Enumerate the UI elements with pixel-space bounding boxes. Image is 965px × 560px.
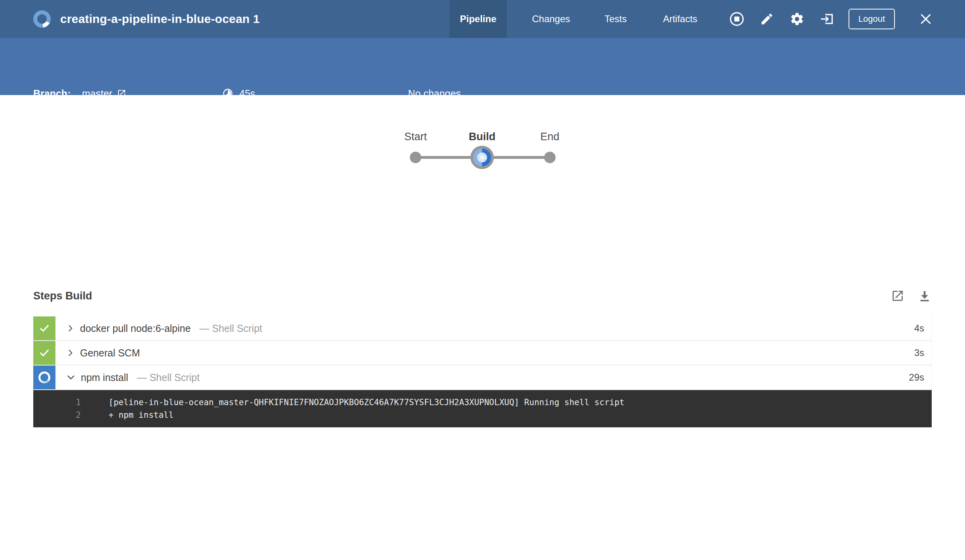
commit-value: b46b3d4 [82, 110, 120, 122]
branch-row: Branch: master [33, 86, 126, 101]
chevron-right-icon [67, 349, 74, 357]
close-icon [919, 13, 932, 25]
gear-icon [790, 11, 805, 27]
step-toggle[interactable]: docker pull node:6-alpine — Shell Script [55, 316, 914, 340]
tab-artifacts[interactable]: Artifacts [653, 0, 708, 38]
step-duration: 4s [914, 316, 931, 340]
in-progress-spinner-icon [38, 371, 50, 383]
step-name: General SCM [80, 347, 140, 359]
console-line-number[interactable]: 2 [33, 409, 81, 421]
chevron-right-icon [67, 324, 74, 332]
blue-ocean-logo-icon[interactable] [33, 10, 51, 28]
console-line-text: [peline-in-blue-ocean_master-QHFKIFNIE7F… [109, 396, 624, 409]
step-row-general-scm: General SCM 3s [33, 341, 932, 366]
logout-button[interactable]: Logout [849, 9, 895, 29]
run-summary-bar: Branch: master Commit: b46b3d4 45s - No … [0, 38, 965, 95]
check-icon [38, 347, 50, 359]
console-line-text: + npm install [109, 409, 174, 421]
edit-pipeline-button[interactable] [758, 10, 776, 28]
page-title: creating-a-pipeline-in-blue-ocean 1 [60, 0, 260, 38]
status-success-badge [33, 341, 55, 365]
graph-node-label-end: End [540, 131, 559, 143]
top-header: creating-a-pipeline-in-blue-ocean 1 Pipe… [0, 0, 965, 38]
console-line: 2 + npm install [33, 409, 932, 421]
end-time-row: - [222, 109, 242, 123]
commit-label: Commit: [33, 110, 82, 122]
chevron-down-icon [67, 373, 75, 382]
check-icon [38, 322, 50, 334]
duration-value: 45s [239, 88, 255, 99]
status-running-badge [33, 366, 55, 389]
graph-node-end[interactable] [544, 152, 556, 163]
steps-title: Steps Build [33, 290, 92, 302]
run-cause-text: Branch indexing [408, 109, 479, 123]
status-success-badge [33, 316, 55, 340]
tab-tests[interactable]: Tests [594, 0, 637, 38]
console-output: 1 [peline-in-blue-ocean_master-QHFKIFNIE… [33, 390, 932, 427]
steps-list: docker pull node:6-alpine — Shell Script… [33, 316, 932, 427]
graph-node-build-running-spinner[interactable] [471, 146, 494, 169]
stop-run-button[interactable] [728, 10, 746, 28]
exit-icon [820, 11, 835, 27]
graph-node-label-build: Build [469, 131, 496, 143]
console-line-number[interactable]: 1 [33, 396, 81, 409]
step-type: — Shell Script [137, 372, 200, 383]
step-duration: 29s [909, 366, 931, 389]
console-line: 1 [peline-in-blue-ocean_master-QHFKIFNIE… [33, 396, 932, 409]
step-toggle[interactable]: General SCM [55, 341, 914, 365]
duration-icon [222, 88, 233, 99]
step-duration: 3s [914, 341, 931, 365]
graph-node-label-start: Start [404, 131, 427, 143]
step-row-docker-pull: docker pull node:6-alpine — Shell Script… [33, 316, 932, 341]
pencil-icon [760, 12, 774, 26]
logo-ring-hole [37, 14, 47, 24]
external-link-icon[interactable] [117, 89, 126, 98]
step-name: npm install [81, 372, 128, 383]
stop-icon [729, 11, 744, 27]
download-log-button[interactable] [917, 289, 932, 303]
tab-changes[interactable]: Changes [522, 0, 580, 38]
commit-row: Commit: b46b3d4 [33, 109, 120, 123]
steps-header: Steps Build [33, 286, 932, 306]
step-toggle[interactable]: npm install — Shell Script [55, 366, 909, 389]
duration-row: 45s [222, 86, 255, 101]
branch-label: Branch: [33, 88, 82, 99]
step-row-npm-install: npm install — Shell Script 29s [33, 366, 932, 390]
download-icon [918, 289, 931, 303]
graph-node-start[interactable] [410, 152, 421, 163]
end-time-value: - [239, 110, 242, 122]
external-link-icon [891, 289, 904, 303]
close-button[interactable] [917, 10, 934, 28]
header-actions: Logout [728, 0, 934, 38]
step-name: docker pull node:6-alpine [80, 323, 191, 334]
changes-text: No changes [408, 86, 461, 101]
tab-pipeline[interactable]: Pipeline [450, 0, 507, 38]
branch-value[interactable]: master [82, 88, 112, 99]
open-log-new-window-button[interactable] [891, 289, 905, 303]
settings-button[interactable] [788, 10, 806, 28]
go-to-classic-button[interactable] [818, 10, 836, 28]
step-type: — Shell Script [199, 323, 262, 334]
clock-icon [222, 110, 233, 121]
